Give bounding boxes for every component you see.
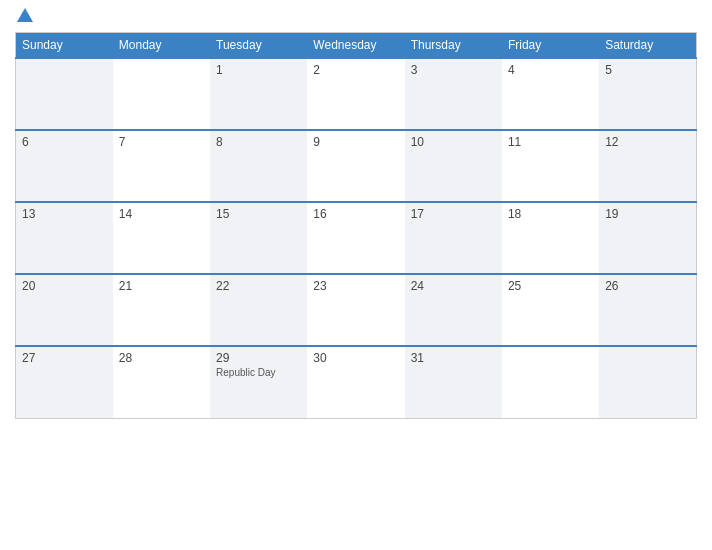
calendar-cell: 18 xyxy=(502,202,599,274)
logo xyxy=(15,10,33,24)
calendar-cell: 14 xyxy=(113,202,210,274)
calendar-week-row: 20212223242526 xyxy=(16,274,697,346)
day-number: 30 xyxy=(313,351,398,365)
calendar-cell: 15 xyxy=(210,202,307,274)
calendar-week-row: 6789101112 xyxy=(16,130,697,202)
day-number: 10 xyxy=(411,135,496,149)
header-tuesday: Tuesday xyxy=(210,33,307,59)
calendar-week-row: 12345 xyxy=(16,58,697,130)
calendar-cell: 26 xyxy=(599,274,696,346)
day-number: 20 xyxy=(22,279,107,293)
calendar-cell xyxy=(502,346,599,418)
day-number: 9 xyxy=(313,135,398,149)
day-number: 13 xyxy=(22,207,107,221)
calendar-cell: 22 xyxy=(210,274,307,346)
calendar-cell xyxy=(113,58,210,130)
calendar-cell: 24 xyxy=(405,274,502,346)
calendar-cell: 13 xyxy=(16,202,113,274)
header-saturday: Saturday xyxy=(599,33,696,59)
calendar-cell: 28 xyxy=(113,346,210,418)
calendar-cell: 10 xyxy=(405,130,502,202)
day-number: 2 xyxy=(313,63,398,77)
calendar-cell: 6 xyxy=(16,130,113,202)
days-header-row: SundayMondayTuesdayWednesdayThursdayFrid… xyxy=(16,33,697,59)
logo-flag-icon xyxy=(17,8,33,22)
calendar-cell: 21 xyxy=(113,274,210,346)
day-event: Republic Day xyxy=(216,367,275,378)
day-number: 29 xyxy=(216,351,301,365)
day-number: 28 xyxy=(119,351,204,365)
day-number: 1 xyxy=(216,63,301,77)
calendar-cell: 4 xyxy=(502,58,599,130)
day-number: 26 xyxy=(605,279,690,293)
day-number: 11 xyxy=(508,135,593,149)
day-number: 6 xyxy=(22,135,107,149)
calendar-week-row: 13141516171819 xyxy=(16,202,697,274)
calendar-page: SundayMondayTuesdayWednesdayThursdayFrid… xyxy=(0,0,712,550)
day-number: 12 xyxy=(605,135,690,149)
header-wednesday: Wednesday xyxy=(307,33,404,59)
calendar-cell xyxy=(599,346,696,418)
calendar-cell: 5 xyxy=(599,58,696,130)
day-number: 7 xyxy=(119,135,204,149)
header-sunday: Sunday xyxy=(16,33,113,59)
calendar-cell: 9 xyxy=(307,130,404,202)
day-number: 31 xyxy=(411,351,496,365)
calendar-cell: 11 xyxy=(502,130,599,202)
calendar-cell: 19 xyxy=(599,202,696,274)
calendar-cell: 2 xyxy=(307,58,404,130)
day-number: 3 xyxy=(411,63,496,77)
calendar-cell: 3 xyxy=(405,58,502,130)
calendar-cell: 12 xyxy=(599,130,696,202)
calendar-cell: 31 xyxy=(405,346,502,418)
calendar-cell: 27 xyxy=(16,346,113,418)
header-thursday: Thursday xyxy=(405,33,502,59)
header-monday: Monday xyxy=(113,33,210,59)
calendar-table: SundayMondayTuesdayWednesdayThursdayFrid… xyxy=(15,32,697,419)
day-number: 21 xyxy=(119,279,204,293)
calendar-cell: 1 xyxy=(210,58,307,130)
day-number: 4 xyxy=(508,63,593,77)
header-friday: Friday xyxy=(502,33,599,59)
day-number: 17 xyxy=(411,207,496,221)
day-number: 8 xyxy=(216,135,301,149)
day-number: 24 xyxy=(411,279,496,293)
calendar-cell: 20 xyxy=(16,274,113,346)
calendar-cell: 25 xyxy=(502,274,599,346)
calendar-cell: 17 xyxy=(405,202,502,274)
calendar-cell: 16 xyxy=(307,202,404,274)
day-number: 16 xyxy=(313,207,398,221)
day-number: 5 xyxy=(605,63,690,77)
calendar-cell: 8 xyxy=(210,130,307,202)
calendar-cell xyxy=(16,58,113,130)
day-number: 14 xyxy=(119,207,204,221)
day-number: 25 xyxy=(508,279,593,293)
day-number: 27 xyxy=(22,351,107,365)
calendar-cell: 29Republic Day xyxy=(210,346,307,418)
day-number: 23 xyxy=(313,279,398,293)
calendar-cell: 30 xyxy=(307,346,404,418)
day-number: 18 xyxy=(508,207,593,221)
header xyxy=(15,10,697,24)
calendar-cell: 7 xyxy=(113,130,210,202)
day-number: 22 xyxy=(216,279,301,293)
day-number: 19 xyxy=(605,207,690,221)
calendar-cell: 23 xyxy=(307,274,404,346)
calendar-week-row: 272829Republic Day3031 xyxy=(16,346,697,418)
day-number: 15 xyxy=(216,207,301,221)
